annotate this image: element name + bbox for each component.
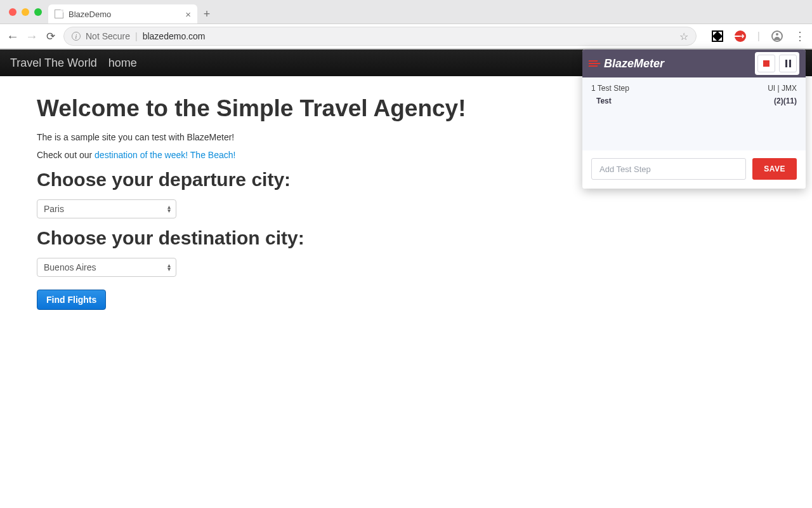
add-test-step-input[interactable] <box>591 158 746 180</box>
departure-value: Paris <box>44 204 64 214</box>
destination-heading: Choose your destination city: <box>37 227 775 249</box>
close-tab-icon[interactable]: × <box>185 9 191 20</box>
chevron-updown-icon: ▴▾ <box>167 205 171 213</box>
divider: | <box>757 30 760 42</box>
address-bar[interactable]: i Not Secure | blazedemo.com ☆ <box>63 27 697 46</box>
reload-button[interactable]: ⟳ <box>44 30 57 43</box>
security-label: Not Secure <box>86 31 130 41</box>
window-controls <box>5 0 48 23</box>
maximize-window-icon[interactable] <box>34 8 42 16</box>
toolbar-extensions: | ⋮ <box>712 29 806 43</box>
blazemeter-controls <box>755 52 799 75</box>
blazemeter-body-header: 1 Test Step UI | JMX <box>591 84 797 93</box>
destination-select[interactable]: Buenos Aires ▴▾ <box>37 258 176 277</box>
blazemeter-body: 1 Test Step UI | JMX Test (2)(11) <box>582 77 806 150</box>
chevron-updown-icon: ▴▾ <box>167 264 171 271</box>
test-step-name: Test <box>596 97 612 105</box>
navbar-brand[interactable]: Travel The World <box>10 57 97 70</box>
fullscreen-extension-icon[interactable] <box>712 30 723 42</box>
back-button[interactable]: ← <box>6 29 19 44</box>
page-icon <box>55 10 63 18</box>
test-step-counts: (2)(11) <box>774 97 797 105</box>
forward-button: → <box>25 29 38 44</box>
browser-toolbar: ← → ⟳ i Not Secure | blazedemo.com ☆ | ⋮ <box>0 23 812 49</box>
pause-icon <box>785 60 791 67</box>
blazemeter-footer: SAVE <box>582 150 806 189</box>
chrome-menu-icon[interactable]: ⋮ <box>794 29 806 43</box>
browser-tab[interactable]: BlazeDemo × <box>48 4 197 23</box>
blazemeter-panel: BlazeMeter 1 Test Step UI | JMX Test (2)… <box>582 50 806 189</box>
blazemeter-extension-icon[interactable] <box>735 30 746 42</box>
mode-label: UI | JMX <box>768 84 797 93</box>
browser-chrome: BlazeDemo × + ← → ⟳ i Not Secure | blaze… <box>0 0 812 50</box>
tab-strip: BlazeDemo × + <box>0 0 812 23</box>
departure-select[interactable]: Paris ▴▾ <box>37 199 176 218</box>
blazemeter-logo: BlazeMeter <box>589 57 664 70</box>
navbar-home-link[interactable]: home <box>108 57 137 70</box>
pause-recording-button[interactable] <box>779 55 797 72</box>
find-flights-button[interactable]: Find Flights <box>37 290 106 310</box>
bookmark-star-icon[interactable]: ☆ <box>679 30 688 43</box>
new-tab-button[interactable]: + <box>197 4 216 23</box>
save-button[interactable]: SAVE <box>752 158 797 180</box>
stop-recording-button[interactable] <box>757 55 775 72</box>
separator: | <box>135 31 138 41</box>
tab-title: BlazeDemo <box>69 10 111 19</box>
url-text: blazedemo.com <box>143 31 206 41</box>
test-step-row[interactable]: Test (2)(11) <box>591 97 797 105</box>
blazemeter-logo-text: BlazeMeter <box>604 57 664 70</box>
checkout-prefix: Check out our <box>37 150 95 160</box>
blazemeter-logo-icon <box>589 60 600 67</box>
profile-icon[interactable] <box>771 30 783 42</box>
close-window-icon[interactable] <box>9 8 16 16</box>
minimize-window-icon[interactable] <box>22 8 29 16</box>
stop-icon <box>763 60 769 67</box>
info-icon[interactable]: i <box>72 32 81 41</box>
step-count-label: 1 Test Step <box>591 84 629 93</box>
destination-link[interactable]: destination of the week! The Beach! <box>95 150 235 160</box>
blazemeter-header: BlazeMeter <box>582 50 806 77</box>
destination-value: Buenos Aires <box>44 262 96 272</box>
